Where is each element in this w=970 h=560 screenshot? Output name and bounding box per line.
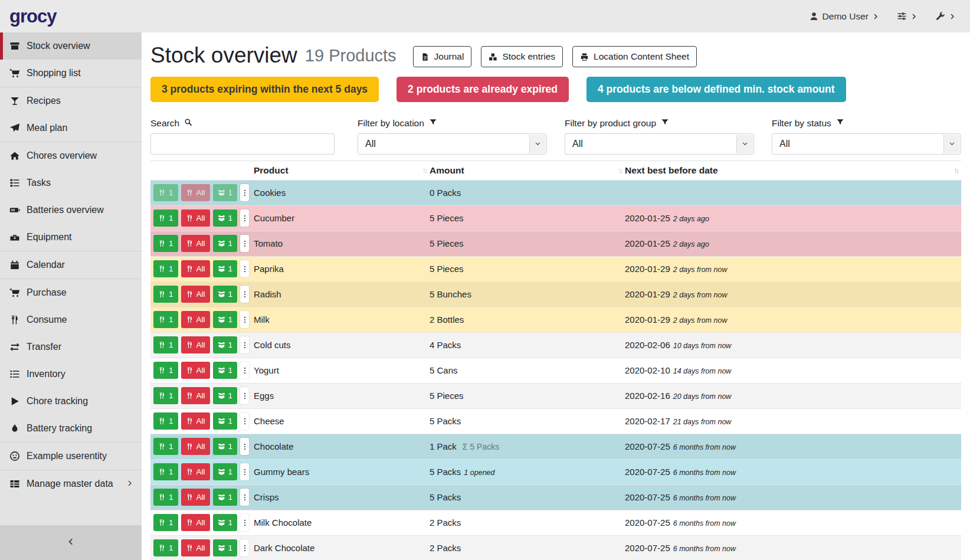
col-amount[interactable]: Amount ↑↓ <box>430 161 625 180</box>
consume-one-button[interactable]: 1 <box>153 412 178 430</box>
open-one-button[interactable]: 1 <box>213 514 238 531</box>
row-menu-button[interactable] <box>240 387 249 404</box>
consume-all-button[interactable]: All <box>181 184 210 201</box>
col-next-best-before-date[interactable]: Next best before date ↑↓ <box>625 161 961 180</box>
sidebar-item-label: Meal plan <box>27 123 67 133</box>
consume-all-button[interactable]: All <box>181 336 210 353</box>
sidebar-item-example-userentity[interactable]: Example userentity <box>0 443 142 470</box>
open-one-button[interactable]: 1 <box>213 362 238 379</box>
row-menu-button[interactable] <box>240 362 249 379</box>
consume-one-button[interactable]: 1 <box>153 489 178 506</box>
sidebar-item-stock-overview[interactable]: Stock overview <box>0 32 142 60</box>
consume-all-button[interactable]: All <box>181 463 210 480</box>
row-menu-button[interactable] <box>240 412 249 430</box>
row-menu-button[interactable] <box>240 489 249 506</box>
open-one-button[interactable]: 1 <box>213 463 238 480</box>
consume-one-button[interactable]: 1 <box>153 235 178 252</box>
topbar: grocy Demo User <box>0 0 970 32</box>
sidebar-item-recipes[interactable]: Recipes <box>0 87 142 114</box>
open-one-button[interactable]: 1 <box>213 235 238 252</box>
consume-all-button[interactable]: All <box>181 286 210 303</box>
status-pill[interactable]: 2 products are already expired <box>396 77 569 102</box>
open-one-button[interactable]: 1 <box>213 412 238 430</box>
open-one-button[interactable]: 1 <box>213 286 238 303</box>
consume-all-button[interactable]: All <box>181 260 210 277</box>
status-select[interactable]: All <box>772 133 961 155</box>
consume-all-button[interactable]: All <box>181 209 210 227</box>
row-menu-button[interactable] <box>240 336 249 353</box>
consume-one-button[interactable]: 1 <box>153 362 178 379</box>
row-menu-button[interactable] <box>240 514 249 531</box>
sidebar-item-equipment[interactable]: Equipment <box>0 224 142 251</box>
row-menu-button[interactable] <box>240 463 249 480</box>
sidebar-item-chores-overview[interactable]: Chores overview <box>0 142 142 169</box>
status-pill[interactable]: 3 products expiring within the next 5 da… <box>150 77 379 102</box>
col-product[interactable]: Product ↑↓ <box>254 161 430 180</box>
row-menu-button[interactable] <box>240 184 249 201</box>
consume-one-button[interactable]: 1 <box>153 463 178 480</box>
sidebar-item-transfer[interactable]: Transfer <box>0 333 142 361</box>
sidebar-item-consume[interactable]: Consume <box>0 306 142 333</box>
product-group-select[interactable]: All <box>565 133 754 155</box>
location-content-sheet-button[interactable]: Location Content Sheet <box>572 46 697 67</box>
consume-all-button[interactable]: All <box>181 539 210 556</box>
consume-all-button[interactable]: All <box>181 235 210 252</box>
open-one-button[interactable]: 1 <box>213 438 238 455</box>
sidebar-collapse-button[interactable] <box>0 525 142 560</box>
open-one-button[interactable]: 1 <box>213 336 238 353</box>
row-menu-button[interactable] <box>240 235 249 252</box>
consume-one-button[interactable]: 1 <box>153 286 178 303</box>
consume-all-button[interactable]: All <box>181 514 210 531</box>
sidebar-item-calendar[interactable]: Calendar <box>0 251 142 279</box>
open-one-button[interactable]: 1 <box>213 260 238 277</box>
product-name: Gummy bears <box>254 459 430 484</box>
search-input[interactable] <box>150 133 335 155</box>
row-menu-button[interactable] <box>240 539 249 556</box>
journal-button[interactable]: Journal <box>413 46 472 67</box>
consume-all-button[interactable]: All <box>181 387 210 404</box>
open-one-button[interactable]: 1 <box>213 387 238 404</box>
consume-all-button[interactable]: All <box>181 489 210 506</box>
consume-all-button[interactable]: All <box>181 412 210 430</box>
user-menu[interactable]: Demo User <box>809 11 879 22</box>
sidebar-item-batteries-overview[interactable]: Batteries overview <box>0 197 142 224</box>
open-one-button[interactable]: 1 <box>213 184 238 201</box>
app-logo[interactable]: grocy <box>9 6 56 27</box>
sidebar-item-purchase[interactable]: Purchase <box>0 279 142 306</box>
status-pill[interactable]: 4 products are below defined min. stock … <box>586 77 846 102</box>
sidebar-item-shopping-list[interactable]: Shopping list <box>0 60 142 87</box>
box-open-icon <box>218 493 225 501</box>
consume-one-button[interactable]: 1 <box>153 438 178 455</box>
open-one-button[interactable]: 1 <box>213 209 238 227</box>
consume-one-button[interactable]: 1 <box>153 209 178 227</box>
consume-all-button[interactable]: All <box>181 311 210 328</box>
consume-all-button[interactable]: All <box>181 362 210 379</box>
row-menu-button[interactable] <box>240 260 249 277</box>
open-one-button[interactable]: 1 <box>213 539 238 556</box>
settings-menu[interactable] <box>897 11 917 21</box>
sidebar-item-inventory[interactable]: Inventory <box>0 361 142 388</box>
sidebar-item-tasks[interactable]: Tasks <box>0 169 142 197</box>
stock-entries-button[interactable]: Stock entries <box>481 46 563 67</box>
sidebar-item-meal-plan[interactable]: Meal plan <box>0 114 142 142</box>
consume-one-button[interactable]: 1 <box>153 336 178 353</box>
consume-one-button[interactable]: 1 <box>153 260 178 277</box>
location-select[interactable]: All <box>358 133 547 155</box>
consume-all-button[interactable]: All <box>181 438 210 455</box>
sidebar-item-manage-master-data[interactable]: Manage master data <box>0 470 142 497</box>
sidebar-item-chore-tracking[interactable]: Chore tracking <box>0 388 142 415</box>
ellipsis-v-icon <box>241 189 249 197</box>
row-menu-button[interactable] <box>240 209 249 227</box>
admin-menu[interactable] <box>935 11 956 21</box>
open-one-button[interactable]: 1 <box>213 311 238 328</box>
row-menu-button[interactable] <box>240 438 249 455</box>
row-menu-button[interactable] <box>240 311 249 328</box>
open-one-button[interactable]: 1 <box>213 489 238 506</box>
row-menu-button[interactable] <box>240 286 249 303</box>
consume-one-button[interactable]: 1 <box>153 539 178 556</box>
consume-one-button[interactable]: 1 <box>153 514 178 531</box>
consume-one-button[interactable]: 1 <box>153 184 178 201</box>
consume-one-button[interactable]: 1 <box>153 387 178 404</box>
consume-one-button[interactable]: 1 <box>153 311 178 328</box>
sidebar-item-battery-tracking[interactable]: Battery tracking <box>0 415 142 442</box>
